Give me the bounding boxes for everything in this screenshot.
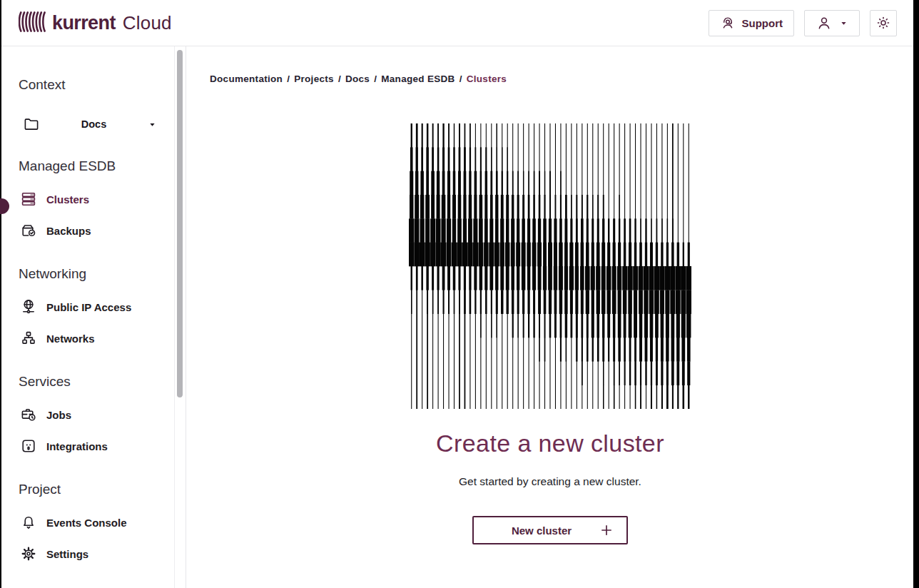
top-header: kurrent Cloud Support bbox=[1, 0, 913, 46]
new-cluster-button[interactable]: New cluster bbox=[472, 516, 628, 544]
sidebar-heading-managed-esdb: Managed ESDB bbox=[1, 157, 186, 176]
sidebar-scrollbar-track bbox=[174, 46, 186, 588]
kurrent-wave-icon bbox=[19, 10, 47, 36]
breadcrumb: Documentation/Projects/Docs/Managed ESDB… bbox=[210, 73, 913, 86]
sidebar-item-label: Clusters bbox=[46, 193, 89, 206]
support-label: Support bbox=[742, 17, 783, 29]
sidebar-item-events-console[interactable]: Events Console bbox=[1, 507, 186, 538]
breadcrumb-separator: / bbox=[287, 74, 290, 84]
breadcrumb-item-managed-esdb[interactable]: Managed ESDB bbox=[381, 74, 455, 84]
waveform-illustration bbox=[409, 123, 691, 409]
user-icon bbox=[816, 14, 833, 31]
caret-down-icon bbox=[148, 120, 157, 129]
user-menu-button[interactable] bbox=[804, 10, 860, 36]
support-agent-icon bbox=[720, 15, 736, 31]
caret-down-icon bbox=[839, 19, 848, 28]
page-subtitle: Get started by creating a new cluster. bbox=[187, 475, 913, 488]
network-tree-icon bbox=[20, 330, 37, 347]
sidebar-item-integrations[interactable]: Integrations bbox=[1, 430, 186, 462]
sidebar-heading-project: Project bbox=[1, 480, 186, 499]
sidebar-item-backups[interactable]: Backups bbox=[1, 215, 186, 246]
new-cluster-label: New cluster bbox=[474, 524, 599, 537]
sidebar-item-settings[interactable]: Settings bbox=[1, 538, 186, 569]
sidebar-item-clusters[interactable]: Clusters bbox=[1, 183, 186, 215]
page-title: Create a new cluster bbox=[187, 429, 913, 457]
plus-icon bbox=[599, 523, 614, 537]
breadcrumb-item-projects[interactable]: Projects bbox=[294, 74, 334, 84]
cta-container: New cluster bbox=[187, 516, 913, 544]
logo-suffix: Cloud bbox=[123, 12, 172, 34]
sun-icon bbox=[875, 15, 891, 31]
breadcrumb-separator: / bbox=[460, 74, 462, 84]
logo-text: kurrent bbox=[52, 12, 116, 34]
folder-icon bbox=[23, 116, 40, 133]
breadcrumb-item-documentation[interactable]: Documentation bbox=[210, 74, 283, 84]
globe-stand-icon bbox=[20, 298, 37, 315]
sidebar-item-label: Jobs bbox=[46, 409, 71, 421]
sidebar-heading-context: Context bbox=[1, 76, 186, 94]
sidebar-item-label: Integrations bbox=[46, 440, 108, 452]
sidebar-scrollbar-thumb[interactable] bbox=[177, 50, 183, 397]
breadcrumb-item-docs[interactable]: Docs bbox=[345, 74, 370, 84]
breadcrumb-item-clusters: Clusters bbox=[467, 74, 507, 84]
context-selector-label: Docs bbox=[40, 118, 148, 130]
briefcase-clock-icon bbox=[20, 406, 37, 423]
sidebar-heading-services: Services bbox=[1, 372, 186, 391]
caret-down-icon bbox=[839, 19, 848, 28]
screen-edge-right bbox=[913, 0, 919, 588]
sidebar-heading-networking: Networking bbox=[1, 265, 186, 283]
server-stack-icon bbox=[20, 191, 37, 208]
sidebar-item-label: Networks bbox=[46, 333, 95, 345]
sidebar-item-label: Events Console bbox=[46, 517, 127, 529]
plus-icon bbox=[599, 523, 614, 537]
sidebar: ContextDocsManaged ESDBClustersBackupsNe… bbox=[1, 46, 186, 588]
theme-toggle-button[interactable] bbox=[870, 10, 897, 36]
support-agent-icon bbox=[720, 15, 736, 31]
header-actions: Support bbox=[709, 10, 898, 36]
sidebar-item-jobs[interactable]: Jobs bbox=[1, 399, 186, 430]
sidebar-item-label: Backups bbox=[46, 225, 91, 237]
bell-icon bbox=[20, 514, 37, 531]
brand-logo[interactable]: kurrent Cloud bbox=[19, 10, 172, 36]
sidebar-item-label: Public IP Access bbox=[46, 301, 131, 313]
breadcrumb-separator: / bbox=[374, 74, 377, 84]
sidebar-item-label: Settings bbox=[46, 548, 88, 560]
box-check-icon bbox=[20, 222, 37, 239]
main-content: Documentation/Projects/Docs/Managed ESDB… bbox=[187, 46, 913, 588]
breadcrumb-separator: / bbox=[338, 74, 341, 84]
sun-icon bbox=[875, 15, 891, 31]
sidebar-item-public-ip-access[interactable]: Public IP Access bbox=[1, 291, 186, 323]
context-selector[interactable]: Docs bbox=[1, 110, 186, 138]
sidebar-item-networks[interactable]: Networks bbox=[1, 323, 186, 354]
gear-icon bbox=[20, 545, 37, 562]
user-icon bbox=[816, 14, 833, 31]
support-button[interactable]: Support bbox=[709, 10, 795, 36]
app-window: kurrent Cloud Support ContextDocsManaged… bbox=[0, 0, 919, 588]
outlet-icon bbox=[20, 437, 37, 455]
